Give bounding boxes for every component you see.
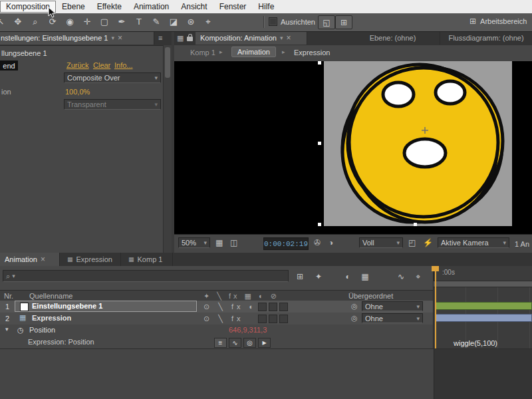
zoom-select[interactable]: 50% ▾ <box>178 237 210 248</box>
close-icon[interactable]: × <box>118 35 122 41</box>
time-ruler[interactable]: :00s <box>434 266 532 281</box>
expression-graph-icon[interactable]: ∿ <box>229 338 241 348</box>
puppet-pin-tool-icon[interactable]: ⌖ <box>201 15 215 29</box>
close-icon[interactable]: × <box>286 35 291 41</box>
menu-effekte[interactable]: Effekte <box>91 1 128 13</box>
brush-tool-icon[interactable]: ✎ <box>149 15 164 29</box>
breadcrumb-animation[interactable]: Animation <box>231 47 276 57</box>
eraser-tool-icon[interactable]: ⊛ <box>184 15 198 29</box>
column-parent[interactable]: Übergeordnet <box>348 292 393 300</box>
solid-color-swatch[interactable] <box>20 303 29 311</box>
parent-pickwhip-icon[interactable]: ◎ <box>351 302 358 311</box>
pan-behind-tool-icon[interactable]: ✛ <box>80 15 94 29</box>
flowchart-tab[interactable]: Flussdiagramm: (ohne) <box>440 31 532 45</box>
draft-3d-icon[interactable]: ✦ <box>311 271 326 283</box>
resolution-select[interactable]: Voll ▾ <box>359 237 403 248</box>
align-checkbox[interactable] <box>269 17 277 26</box>
effect-name-chip[interactable]: end <box>0 61 18 70</box>
param-value[interactable]: 100,0% <box>65 88 90 96</box>
hand-tool-icon[interactable]: ✥ <box>11 15 25 29</box>
expression-language-icon[interactable]: ▶ <box>258 338 271 348</box>
layer-bar-expression[interactable] <box>435 314 532 322</box>
channels-icon[interactable]: ◑ <box>329 238 333 247</box>
column-source-name[interactable]: Quellenname <box>29 292 72 300</box>
layer-row-1[interactable]: 1 Einstellungsebene 1 ⊙ ╲ fx ◐ ◎ Ohne ▾ <box>0 301 434 313</box>
timeline-tab-expression[interactable]: ▦ Expression <box>63 253 121 266</box>
position-value[interactable]: 646,9,311,3 <box>229 326 267 334</box>
grid-icon[interactable]: ▦ <box>215 238 223 247</box>
pen-tool-icon[interactable]: ✒ <box>114 15 129 29</box>
layer-name[interactable]: Einstellungsebene 1 <box>32 302 102 310</box>
breadcrumb-comp[interactable]: Komp 1 <box>190 49 215 57</box>
composition-viewer[interactable] <box>174 61 532 234</box>
work-area-bar[interactable] <box>434 281 532 287</box>
switch-cell[interactable] <box>258 315 267 323</box>
expression-row[interactable]: Expression: Position ≡ ∿ ◎ ▶ <box>0 336 434 349</box>
selection-handle[interactable] <box>318 223 321 226</box>
disclosure-triangle-icon[interactable]: ▾ <box>5 326 9 332</box>
panel-menu-icon[interactable]: ≡ <box>158 34 162 42</box>
layer-bar-einstellungsebene[interactable] <box>435 302 532 310</box>
column-nr[interactable]: Nr. <box>4 292 13 300</box>
menu-hilfe[interactable]: Hilfe <box>252 1 280 13</box>
snapshot-icon[interactable]: ✇ <box>314 238 321 247</box>
parent-select[interactable]: Ohne ▾ <box>362 301 423 311</box>
stopwatch-icon[interactable]: ◷ <box>17 326 24 334</box>
expression-code[interactable]: wiggle(5,100) <box>454 339 497 347</box>
selection-handle[interactable] <box>318 61 321 65</box>
current-time-indicator[interactable] <box>435 266 436 348</box>
layer-switches-icons[interactable]: ⊙ ╲ fx <box>203 315 244 323</box>
blend-mode-select[interactable]: Composite Over ▾ <box>64 72 161 83</box>
frame-blend-icon[interactable]: ▦ <box>358 271 372 283</box>
property-name[interactable]: Position <box>29 326 55 334</box>
menu-ansicht[interactable]: Ansicht <box>175 1 213 13</box>
effect-controls-tab[interactable]: nstellungen: Einstellungsebene 1 ▾ × <box>0 31 154 45</box>
mask-tool-icon[interactable]: ▢ <box>97 15 112 29</box>
layer-switches-icons[interactable]: ⊙ ╲ fx ◐ <box>203 303 257 311</box>
switch-cell[interactable] <box>258 303 267 311</box>
camera-tool-icon[interactable]: ◉ <box>63 15 77 29</box>
layer-name[interactable]: Expression <box>32 314 71 322</box>
safe-zones-icon[interactable]: ◫ <box>230 238 237 247</box>
timeline-tab-animation[interactable]: Animation × <box>0 253 60 266</box>
layer-row-2[interactable]: 2 ▦ Expression ⊙ ╲ fx ◎ Ohne ▾ <box>0 313 434 325</box>
expression-pickwhip-icon[interactable]: ◎ <box>243 338 256 348</box>
switch-cell[interactable] <box>279 315 288 323</box>
switch-cell[interactable] <box>269 303 277 311</box>
view-layout-label[interactable]: 1 An <box>515 240 529 248</box>
scrollbar-track[interactable] <box>163 45 172 253</box>
parent-pickwhip-icon[interactable]: ◎ <box>351 314 358 323</box>
property-row-position[interactable]: ▾ ◷ Position 646,9,311,3 <box>0 325 434 336</box>
camera-view-select[interactable]: Aktive Kamera ▾ <box>438 237 509 248</box>
reset-link[interactable]: Zurück <box>66 61 89 69</box>
selection-tool-icon[interactable]: ↖ <box>0 15 8 29</box>
grid-options-button[interactable]: ◱ <box>318 15 335 29</box>
type-tool-icon[interactable]: T <box>132 15 146 29</box>
clear-link[interactable]: Clear <box>93 61 110 69</box>
brainstorm-icon[interactable]: ⌖ <box>411 271 426 283</box>
expression-enable-icon[interactable]: ≡ <box>214 338 227 348</box>
parent-select[interactable]: Ohne ▾ <box>362 313 423 323</box>
fast-preview-icon[interactable]: ⚡ <box>423 238 433 247</box>
selection-handle[interactable] <box>414 223 417 226</box>
menu-ebene[interactable]: Ebene <box>56 1 91 13</box>
menu-animation[interactable]: Animation <box>128 1 175 13</box>
clone-stamp-tool-icon[interactable]: ◪ <box>166 15 181 29</box>
breadcrumb-expression[interactable]: Expression <box>294 49 330 57</box>
switch-cell[interactable] <box>269 315 277 323</box>
lock-icon[interactable] <box>187 37 193 41</box>
timecode-display[interactable]: 0:00:02:19 <box>263 237 309 250</box>
switch-cell[interactable] <box>279 303 288 311</box>
zoom-tool-icon[interactable]: ⌕ <box>28 15 43 29</box>
search-input[interactable]: ⌕ ▾ <box>3 270 289 282</box>
graph-editor-icon[interactable]: ∿ <box>394 271 408 283</box>
menu-fenster[interactable]: Fenster <box>213 1 253 13</box>
motion-blur-icon[interactable]: ◐ <box>340 271 355 283</box>
layer-tab[interactable]: Ebene: (ohne) <box>346 31 440 45</box>
selection-handle[interactable] <box>318 142 321 145</box>
composition-flowchart-icon[interactable]: ⊞ <box>293 271 307 283</box>
comp-tab-animation[interactable]: Komposition: Animation ▾ × <box>196 31 307 45</box>
info-link[interactable]: Info... <box>114 61 133 69</box>
close-icon[interactable]: × <box>41 256 45 263</box>
workspace-chooser[interactable]: ⊞ Arbeitsbereich <box>469 17 527 26</box>
